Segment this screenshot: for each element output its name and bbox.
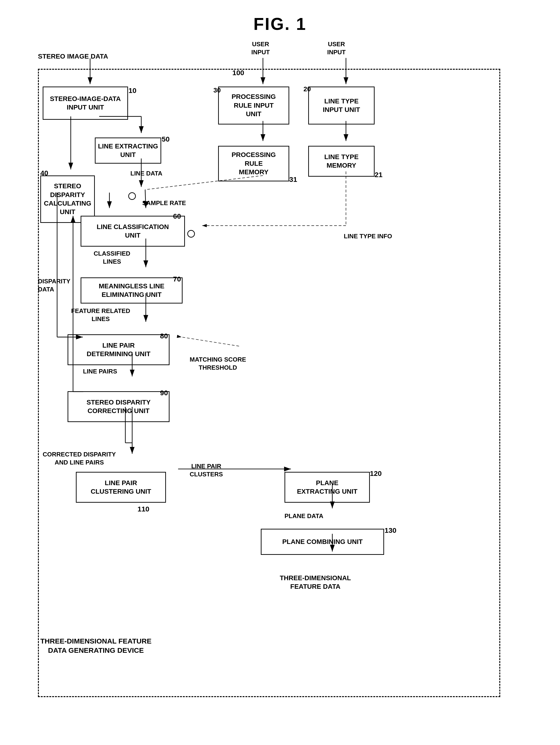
ref-60: 60	[173, 212, 181, 220]
line-extracting-block: LINE EXTRACTINGUNIT	[95, 137, 161, 164]
disparity-data-label: DISPARITYDATA	[38, 278, 70, 294]
line-type-memory-block: LINE TYPEMEMORY	[308, 146, 374, 176]
classified-lines-label: CLASSIFIEDLINES	[94, 250, 130, 266]
corrected-disparity-label: CORRECTED DISPARITYAND LINE PAIRS	[43, 451, 116, 466]
line-data-label: LINE DATA	[130, 169, 162, 177]
ref-31: 31	[289, 175, 297, 184]
user-input-label-2: USERINPUT	[327, 40, 346, 57]
junction-line-type	[187, 230, 195, 237]
ref-50: 50	[162, 135, 169, 143]
ref-90: 90	[160, 389, 168, 397]
line-pair-clusters-label: LINE PAIRCLUSTERS	[190, 462, 223, 479]
device-label: THREE-DIMENSIONAL FEATUREDATA GENERATING…	[40, 637, 152, 655]
plane-data-label: PLANE DATA	[285, 512, 323, 520]
line-classification-block: LINE CLASSIFICATIONUNIT	[80, 216, 185, 247]
processing-rule-input-block: PROCESSINGRULE INPUTUNIT	[218, 87, 289, 125]
junction-sample-rate	[128, 192, 136, 200]
line-pair-clustering-block: LINE PAIRCLUSTERING UNIT	[76, 472, 166, 503]
processing-rule-memory-block: PROCESSINGRULEMEMORY	[218, 146, 289, 182]
ref-100: 100	[232, 69, 244, 77]
stereo-correcting-block: STEREO DISPARITYCORRECTING UNIT	[68, 391, 169, 422]
user-input-label-1: USERINPUT	[251, 40, 270, 57]
ref-130: 130	[385, 526, 396, 535]
page-title: FIG. 1	[0, 14, 560, 34]
stereo-image-data-label: STEREO IMAGE DATA	[38, 52, 108, 61]
line-type-info-label: LINE TYPE INFO	[344, 232, 392, 240]
plane-extracting-block: PLANEEXTRACTING UNIT	[285, 472, 370, 503]
matching-score-label: MATCHING SCORETHRESHOLD	[190, 356, 246, 372]
ref-110: 110	[137, 505, 150, 513]
plane-combining-block: PLANE COMBINING UNIT	[261, 529, 384, 555]
ref-10: 10	[129, 87, 136, 95]
ref-30: 30	[213, 87, 221, 94]
three-dim-output-label: THREE-DIMENSIONALFEATURE DATA	[280, 574, 351, 591]
ref-20: 20	[303, 85, 311, 93]
line-pair-block: LINE PAIRDETERMINING UNIT	[68, 334, 169, 365]
stereo-input-block: STEREO-IMAGE-DATAINPUT UNIT	[43, 87, 128, 120]
feature-related-lines-label: FEATURE RELATEDLINES	[71, 307, 130, 323]
ref-21: 21	[374, 171, 383, 179]
ref-40: 40	[40, 169, 48, 177]
ref-120: 120	[370, 469, 382, 478]
sample-rate-label: SAMPLE RATE	[142, 199, 186, 207]
line-type-input-block: LINE TYPEINPUT UNIT	[308, 87, 374, 125]
meaningless-line-block: MEANINGLESS LINEELIMINATING UNIT	[80, 278, 183, 303]
line-pairs-label: LINE PAIRS	[83, 367, 117, 376]
ref-80: 80	[160, 332, 168, 340]
ref-70: 70	[173, 275, 181, 283]
